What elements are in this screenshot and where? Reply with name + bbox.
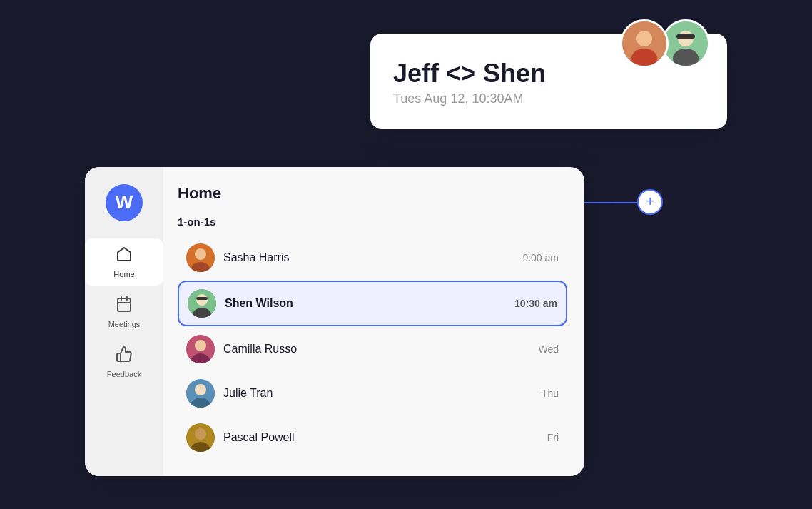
page-title: Home: [178, 184, 567, 203]
person-time-julie: Thu: [542, 388, 559, 399]
meeting-subtitle: Tues Aug 12, 10:30AM: [393, 91, 704, 106]
avatar-sasha: [186, 243, 215, 272]
svg-point-25: [195, 428, 206, 440]
person-name-pascal: Pascal Powell: [223, 431, 539, 444]
avatar-pascal: [186, 423, 215, 452]
avatar-jeff: [620, 19, 669, 68]
svg-rect-6: [676, 34, 695, 39]
svg-rect-17: [196, 297, 208, 300]
avatar-julie: [186, 379, 215, 408]
meeting-avatars: [620, 19, 710, 68]
sidebar-home-label: Home: [113, 270, 134, 278]
app-logo[interactable]: W: [106, 184, 143, 221]
home-icon: [116, 246, 133, 267]
main-content: Home 1-on-1s Sasha Harris 9:00 am: [163, 167, 584, 476]
person-name-shen: Shen Wilson: [225, 297, 506, 310]
person-time-pascal: Fri: [547, 432, 559, 443]
list-item-camilla[interactable]: Camilla Russo Wed: [178, 328, 567, 371]
section-title: 1-on-1s: [178, 216, 567, 228]
svg-point-22: [195, 384, 206, 395]
list-item-sasha[interactable]: Sasha Harris 9:00 am: [178, 236, 567, 279]
meeting-detail-card: Jeff <> Shen Tues Aug 12, 10:30AM: [370, 34, 727, 130]
list-item-shen[interactable]: Shen Wilson 10:30 am: [178, 281, 567, 326]
one-on-one-list: Sasha Harris 9:00 am Shen Wilson 1: [178, 236, 567, 459]
meetings-icon: [116, 296, 133, 317]
app-card: W Home Meetings: [85, 167, 584, 476]
feedback-icon: [116, 346, 133, 367]
sidebar: W Home Meetings: [85, 167, 163, 476]
avatar-shen: [661, 19, 710, 68]
svg-rect-7: [118, 298, 131, 311]
svg-point-12: [195, 248, 206, 260]
add-button[interactable]: +: [637, 189, 663, 215]
avatar-shen-list: [188, 289, 216, 318]
person-time-camilla: Wed: [538, 343, 559, 355]
sidebar-item-home[interactable]: Home: [85, 238, 163, 286]
list-item-julie[interactable]: Julie Tran Thu: [178, 372, 567, 415]
person-time-sasha: 9:00 am: [522, 252, 559, 263]
sidebar-meetings-label: Meetings: [108, 320, 141, 328]
person-time-shen: 10:30 am: [514, 298, 557, 309]
svg-point-19: [195, 340, 206, 351]
person-name-sasha: Sasha Harris: [223, 251, 514, 264]
svg-point-1: [636, 31, 652, 46]
person-name-camilla: Camilla Russo: [223, 343, 529, 356]
sidebar-feedback-label: Feedback: [107, 370, 141, 378]
sidebar-item-meetings[interactable]: Meetings: [85, 288, 163, 336]
list-item-pascal[interactable]: Pascal Powell Fri: [178, 416, 567, 459]
sidebar-item-feedback[interactable]: Feedback: [85, 338, 163, 385]
avatar-camilla: [186, 335, 215, 363]
person-name-julie: Julie Tran: [223, 387, 533, 400]
